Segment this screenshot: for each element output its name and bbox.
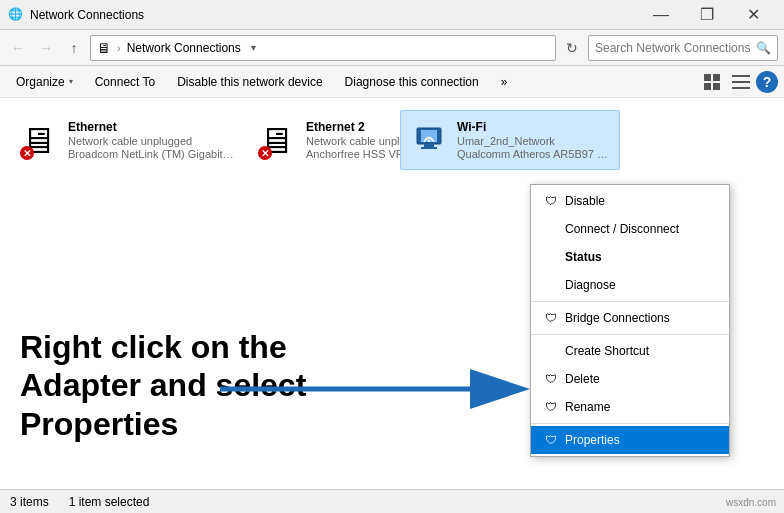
breadcrumb-text: Network Connections: [127, 41, 241, 55]
ctx-sep1: [531, 301, 729, 302]
ethernet-adapter: Broadcom NetLink (TM) Gigabit E...: [68, 148, 234, 160]
main-content: 🖥 ✕ Ethernet Network cable unplugged Bro…: [0, 98, 784, 489]
ethernet-info: Ethernet Network cable unplugged Broadco…: [68, 120, 234, 160]
title-bar-buttons: — ❐ ✕: [638, 0, 776, 30]
organize-label: Organize: [16, 75, 65, 89]
minimize-button[interactable]: —: [638, 0, 684, 30]
svg-rect-11: [421, 147, 437, 149]
search-box[interactable]: 🔍: [588, 35, 778, 61]
more-label: »: [501, 75, 508, 89]
status-bar: 3 items 1 item selected wsxdn.com: [0, 489, 784, 513]
disable-network-button[interactable]: Disable this network device: [167, 69, 332, 95]
address-dropdown-icon[interactable]: ▾: [247, 42, 260, 53]
diagnose-label: Diagnose this connection: [345, 75, 479, 89]
selected-count: 1 item selected: [69, 495, 150, 509]
ctx-sep3: [531, 423, 729, 424]
wifi-svg-icon: [409, 120, 449, 160]
title-bar: 🌐 Network Connections — ❐ ✕: [0, 0, 784, 30]
ctx-properties-icon: 🛡: [543, 432, 559, 448]
view-toggle-button[interactable]: [728, 69, 754, 95]
help-button[interactable]: ?: [756, 71, 778, 93]
disable-label: Disable this network device: [177, 75, 322, 89]
organize-button[interactable]: Organize ▾: [6, 69, 83, 95]
ctx-properties[interactable]: 🛡 Properties: [531, 426, 729, 454]
title-bar-icon: 🌐: [8, 7, 24, 23]
close-button[interactable]: ✕: [730, 0, 776, 30]
organize-chevron: ▾: [69, 77, 73, 86]
context-menu: 🛡 Disable Connect / Disconnect Status Di…: [530, 184, 730, 457]
wifi-icon-wrap: [409, 120, 449, 160]
ctx-disable[interactable]: 🛡 Disable: [531, 187, 729, 215]
ctx-delete-label: Delete: [565, 372, 600, 386]
ctx-connect[interactable]: Connect / Disconnect: [531, 215, 729, 243]
search-icon: 🔍: [756, 41, 771, 55]
ethernet-icon-wrap: 🖥 ✕: [20, 120, 60, 160]
svg-rect-1: [713, 74, 720, 81]
ctx-rename-icon: 🛡: [543, 399, 559, 415]
items-count: 3 items: [10, 495, 49, 509]
svg-point-12: [428, 140, 430, 142]
address-bar: ← → ↑ 🖥 › Network Connections ▾ ↻ 🔍: [0, 30, 784, 66]
wifi-name: Wi-Fi: [457, 120, 611, 134]
ctx-rename[interactable]: 🛡 Rename: [531, 393, 729, 421]
svg-rect-4: [732, 75, 750, 77]
network-item-ethernet[interactable]: 🖥 ✕ Ethernet Network cable unplugged Bro…: [12, 110, 242, 170]
ctx-status-icon: [543, 249, 559, 265]
diagnose-button[interactable]: Diagnose this connection: [335, 69, 489, 95]
watermark: wsxdn.com: [722, 496, 780, 509]
svg-rect-5: [732, 81, 750, 83]
ctx-rename-label: Rename: [565, 400, 610, 414]
view-options-button[interactable]: [700, 69, 726, 95]
toolbar: Organize ▾ Connect To Disable this netwo…: [0, 66, 784, 98]
svg-rect-2: [704, 83, 711, 90]
connect-to-button[interactable]: Connect To: [85, 69, 166, 95]
up-button[interactable]: ↑: [62, 36, 86, 60]
error-badge2: ✕: [258, 146, 272, 160]
ctx-bridge-label: Bridge Connections: [565, 311, 670, 325]
search-input[interactable]: [595, 41, 756, 55]
ethernet2-icon-wrap: 🖥 ✕: [258, 120, 298, 160]
ethernet-name: Ethernet: [68, 120, 234, 134]
ethernet-status: Network cable unplugged: [68, 135, 234, 147]
error-badge: ✕: [20, 146, 34, 160]
breadcrumb-sep: ›: [117, 42, 121, 54]
ctx-disable-label: Disable: [565, 194, 605, 208]
arrow-svg: [210, 359, 540, 419]
ctx-diagnose-label: Diagnose: [565, 278, 616, 292]
title-bar-title: Network Connections: [30, 8, 638, 22]
ctx-connect-icon: [543, 221, 559, 237]
wifi-status: Umar_2nd_Network: [457, 135, 611, 147]
more-button[interactable]: »: [491, 69, 518, 95]
svg-rect-10: [424, 144, 434, 147]
restore-button[interactable]: ❐: [684, 0, 730, 30]
ctx-delete-icon: 🛡: [543, 371, 559, 387]
wifi-adapter: Qualcomm Atheros AR5B97 Wirel...: [457, 148, 611, 160]
svg-rect-3: [713, 83, 720, 90]
ctx-sep2: [531, 334, 729, 335]
ctx-bridge-icon: 🛡: [543, 310, 559, 326]
ctx-status-label: Status: [565, 250, 602, 264]
ctx-status[interactable]: Status: [531, 243, 729, 271]
forward-button[interactable]: →: [34, 36, 58, 60]
arrow-graphic: [210, 359, 540, 419]
toolbar-right: ?: [700, 69, 778, 95]
ctx-disable-icon: 🛡: [543, 193, 559, 209]
connect-to-label: Connect To: [95, 75, 156, 89]
ctx-properties-label: Properties: [565, 433, 620, 447]
svg-rect-6: [732, 87, 750, 89]
ctx-shortcut-icon: [543, 343, 559, 359]
back-button[interactable]: ←: [6, 36, 30, 60]
ctx-bridge[interactable]: 🛡 Bridge Connections: [531, 304, 729, 332]
ctx-shortcut[interactable]: Create Shortcut: [531, 337, 729, 365]
refresh-button[interactable]: ↻: [560, 36, 584, 60]
breadcrumb-icon: 🖥: [97, 40, 111, 56]
wifi-info: Wi-Fi Umar_2nd_Network Qualcomm Atheros …: [457, 120, 611, 160]
ctx-diagnose[interactable]: Diagnose: [531, 271, 729, 299]
ctx-connect-label: Connect / Disconnect: [565, 222, 679, 236]
ctx-diagnose-icon: [543, 277, 559, 293]
address-bar-input[interactable]: 🖥 › Network Connections ▾: [90, 35, 556, 61]
network-item-wifi[interactable]: Wi-Fi Umar_2nd_Network Qualcomm Atheros …: [400, 110, 620, 170]
instruction-line3: Properties: [20, 406, 178, 442]
ctx-shortcut-label: Create Shortcut: [565, 344, 649, 358]
ctx-delete[interactable]: 🛡 Delete: [531, 365, 729, 393]
